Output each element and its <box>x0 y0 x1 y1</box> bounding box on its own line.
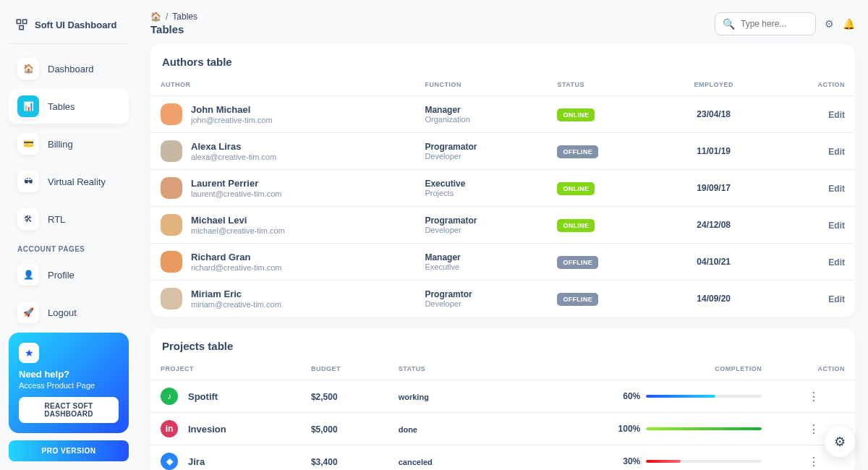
avatar <box>161 288 182 309</box>
progress-track <box>646 427 762 430</box>
bell-icon[interactable]: 🔔 <box>843 18 855 30</box>
avatar <box>161 251 182 273</box>
table-row: Laurent Perrier laurent@creative-tim.com… <box>150 170 855 207</box>
employed-date: 19/09/17 <box>659 170 768 207</box>
avatar <box>161 103 182 125</box>
employed-date: 04/10/21 <box>659 244 768 281</box>
nav-icon: 🚀 <box>17 302 39 323</box>
breadcrumb-current: Tables <box>172 12 197 22</box>
sidebar-item-rtl[interactable]: 🛠RTL <box>9 202 129 236</box>
project-budget: $5,000 <box>311 424 338 435</box>
employed-date: 23/04/18 <box>659 96 768 133</box>
home-icon[interactable]: 🏠 <box>150 12 161 22</box>
function-sub: Organization <box>425 115 537 124</box>
authors-col-function: FUNCTION <box>414 74 547 96</box>
table-row: Michael Levi michael@creative-tim.com Pr… <box>150 207 855 244</box>
sidebar-item-dashboard[interactable]: 🏠Dashboard <box>9 51 129 86</box>
svg-rect-1 <box>23 20 27 23</box>
table-row: ♪ Spotift $2,500 working 60% ⋮ <box>150 380 855 413</box>
project-name: Invesion <box>188 424 226 435</box>
project-status: done <box>399 425 417 434</box>
authors-col-author: AUTHOR <box>150 74 414 96</box>
nav-label: Profile <box>48 270 75 281</box>
project-status: working <box>399 393 429 401</box>
svg-rect-2 <box>20 26 23 30</box>
employed-date: 14/09/20 <box>659 281 768 317</box>
function-sub: Developer <box>425 226 537 234</box>
status-badge: OFFLINE <box>557 293 598 306</box>
help-title: Need help? <box>19 369 119 380</box>
nav-icon: 📊 <box>17 95 39 117</box>
help-card: ★ Need help? Access Product Page REACT S… <box>9 333 129 433</box>
author-email: laurent@creative-tim.com <box>191 189 281 198</box>
sidebar-item-virtual-reality[interactable]: 🕶Virtual Reality <box>9 164 129 199</box>
employed-date: 11/01/19 <box>659 133 768 170</box>
nav-label: Dashboard <box>48 64 94 74</box>
help-docs-button[interactable]: REACT SOFT DASHBOARD <box>19 397 119 423</box>
nav-label: Tables <box>48 101 75 112</box>
nav-icon: 🏠 <box>17 58 39 80</box>
function-sub: Executive <box>425 262 537 271</box>
nav-label: Virtual Reality <box>48 176 106 187</box>
search-input[interactable] <box>741 19 808 29</box>
table-row: in Invesion $5,000 done 100% ⋮ <box>150 413 855 445</box>
function-title: Manager <box>425 252 537 262</box>
projects-col-project: PROJECT <box>150 358 301 380</box>
avatar <box>161 177 182 199</box>
help-subtitle: Access Product Page <box>19 381 119 390</box>
status-badge: ONLINE <box>557 182 595 195</box>
pro-version-button[interactable]: PRO VERSION <box>9 440 129 461</box>
authors-table: AUTHORFUNCTIONSTATUSEMPLOYEDACTION John … <box>150 74 855 317</box>
nav-icon: 👤 <box>17 264 39 286</box>
authors-col-action: ACTION <box>768 74 855 96</box>
author-name: Laurent Perrier <box>191 178 281 189</box>
completion-pct: 30% <box>617 456 640 466</box>
status-badge: ONLINE <box>557 108 595 121</box>
edit-button[interactable]: Edit <box>828 147 845 157</box>
progress-track <box>646 395 762 398</box>
edit-button[interactable]: Edit <box>828 184 845 194</box>
more-actions-button[interactable]: ⋮ <box>782 390 845 403</box>
table-row: ◆ Jira $3,400 canceled 30% ⋮ <box>150 445 855 471</box>
author-name: John Michael <box>191 104 273 116</box>
function-title: Programator <box>425 215 537 226</box>
table-row: Alexa Liras alexa@creative-tim.com Progr… <box>150 133 855 170</box>
page-title: Tables <box>150 23 197 35</box>
project-icon: in <box>161 420 178 437</box>
sidebar-item-tables[interactable]: 📊Tables <box>9 89 129 124</box>
settings-fab[interactable]: ⚙ <box>825 427 855 457</box>
nav-label: RTL <box>48 214 65 225</box>
edit-button[interactable]: Edit <box>828 110 845 120</box>
search-icon: 🔍 <box>723 18 735 30</box>
project-status: canceled <box>399 458 433 466</box>
status-badge: OFFLINE <box>557 256 598 269</box>
brand-title: Soft UI Dashboard <box>35 20 116 30</box>
projects-col-action: ACTION <box>772 358 855 380</box>
function-title: Executive <box>425 179 537 189</box>
author-name: Michael Levi <box>191 215 285 226</box>
projects-table-title: Projects table <box>150 328 855 358</box>
edit-button[interactable]: Edit <box>828 294 845 304</box>
avatar <box>161 140 182 162</box>
gear-icon[interactable]: ⚙ <box>825 18 834 30</box>
search-box[interactable]: 🔍 <box>715 12 816 35</box>
sidebar-item-logout[interactable]: 🚀Logout <box>9 295 129 330</box>
authors-table-card: Authors table AUTHORFUNCTIONSTATUSEMPLOY… <box>150 44 855 317</box>
sidebar-item-profile[interactable]: 👤Profile <box>9 257 129 292</box>
edit-button[interactable]: Edit <box>828 221 845 231</box>
projects-col-status: STATUS <box>388 358 483 380</box>
project-budget: $3,400 <box>311 457 338 467</box>
employed-date: 24/12/08 <box>659 207 768 244</box>
progress-bar <box>646 460 681 463</box>
function-sub: Projects <box>425 189 537 197</box>
completion-pct: 60% <box>617 391 640 401</box>
topbar: 🏠 / Tables Tables 🔍 ⚙ 🔔 <box>150 12 855 35</box>
nav-icon: 💳 <box>17 133 39 155</box>
function-title: Programator <box>425 142 537 152</box>
project-budget: $2,500 <box>311 392 338 402</box>
breadcrumb: 🏠 / Tables Tables <box>150 12 197 35</box>
edit-button[interactable]: Edit <box>828 257 845 268</box>
sidebar-item-billing[interactable]: 💳Billing <box>9 127 129 161</box>
project-icon: ◆ <box>161 453 178 470</box>
projects-table-card: Projects table PROJECTBUDGETSTATUSCOMPLE… <box>150 328 855 470</box>
